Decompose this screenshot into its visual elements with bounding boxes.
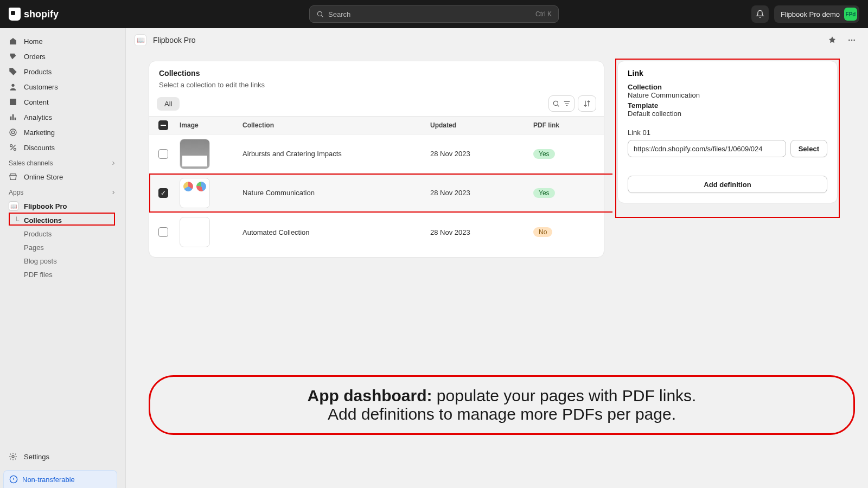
row-name: Automated Collection [242,228,430,236]
collection-thumbnail [180,178,210,208]
sales-channels-header[interactable]: Sales channels [0,155,125,169]
select-all-checkbox[interactable] [158,120,168,130]
app-icon: 📖 [9,201,18,211]
nav-home[interactable]: Home [0,34,125,49]
nav-label: Marketing [24,129,55,137]
image-icon [9,98,17,106]
link-panel: Link Collection Nature Communication Tem… [617,61,838,203]
subnav-pdf-files[interactable]: PDF files [0,268,125,281]
add-definition-button[interactable]: Add definition [628,176,827,193]
nav-marketing[interactable]: Marketing [0,125,125,140]
tree-branch-icon: └ [14,216,19,224]
row-checkbox[interactable] [158,227,168,237]
nav-analytics[interactable]: Analytics [0,110,125,125]
nav-label: Home [24,37,43,46]
orders-icon [9,52,17,61]
nav-discounts[interactable]: Discounts [0,140,125,155]
section-label: Apps [9,189,23,196]
template-value: Default collection [628,110,827,118]
gear-icon [9,452,17,461]
svg-point-1 [11,84,14,87]
table-row[interactable]: ✓ Nature Communication 28 Nov 2023 Yes [149,174,604,213]
pdf-badge: Yes [533,149,555,159]
svg-point-3 [10,129,16,136]
row-checkbox[interactable]: ✓ [158,188,168,198]
svg-point-11 [853,40,855,41]
subnav-collections[interactable]: └Collections [0,214,125,227]
nav-label: Online Store [24,173,63,181]
app-icon: 📖 [135,34,146,46]
nav-online-store[interactable]: Online Store [0,169,125,184]
row-checkbox[interactable] [158,149,168,159]
nav-products[interactable]: Products [0,64,125,79]
subnav-blog-posts[interactable]: Blog posts [0,254,125,268]
nav-label: Orders [24,53,46,61]
target-icon [9,128,17,137]
row-name: Airbursts and Cratering Impacts [242,150,430,158]
avatar: FPd [844,8,857,21]
svg-point-7 [12,455,14,458]
brand-text: shopify [24,9,59,20]
tab-all[interactable]: All [157,97,180,111]
link-label: Link 01 [628,129,827,137]
nav-content[interactable]: Content [0,94,125,110]
shopify-bag-icon [9,8,21,21]
callout-line1: populate your pages with PDF links. [432,387,697,404]
svg-point-9 [848,40,850,41]
table-row[interactable]: Automated Collection 28 Nov 2023 No [149,213,604,252]
notifications-button[interactable] [751,5,769,23]
col-image: Image [177,121,242,129]
select-button[interactable]: Select [790,140,827,157]
subnav-pages[interactable]: Pages [0,241,125,254]
chevron-right-icon [110,160,117,166]
pdf-badge: No [533,227,552,237]
row-updated: 28 Nov 2023 [430,189,533,197]
sidebar-app-flipbook[interactable]: 📖 Flipbook Pro [0,198,125,214]
brand-logo[interactable]: shopify [9,8,59,21]
search-filter-button[interactable] [548,95,575,112]
row-name: Nature Communication [242,189,430,197]
table-row[interactable]: Airbursts and Cratering Impacts 28 Nov 2… [149,134,604,174]
callout-line2: Add definitions to manage more PDFs per … [172,405,832,423]
tag-icon [9,67,17,76]
collection-thumbnail [180,139,210,169]
link-url-input[interactable] [628,140,786,157]
store-icon [9,172,17,181]
main-area: 📖 Flipbook Pro Collections Select a coll… [126,28,868,488]
nav-orders[interactable]: Orders [0,49,125,64]
info-icon [9,475,18,484]
nav-label: Discounts [24,144,55,152]
collection-thumbnail [180,217,210,247]
store-switcher[interactable]: Flipbook Pro demo FPd [774,5,859,23]
topbar: shopify Search Ctrl K Flipbook Pro demo … [0,0,868,28]
non-transferable-banner[interactable]: Non-transferable [3,470,117,488]
search-icon [316,10,324,18]
template-label: Template [628,101,827,110]
apps-header[interactable]: Apps [0,184,125,198]
svg-point-10 [851,40,853,41]
svg-point-0 [317,11,322,16]
app-name: Flipbook Pro [24,202,67,210]
search-input[interactable]: Search Ctrl K [309,5,559,23]
card-subtitle: Select a collection to edit the links [159,81,594,89]
pin-button[interactable] [825,33,840,48]
svg-point-4 [11,131,14,133]
page-title: Flipbook Pro [153,36,196,44]
more-button[interactable] [844,33,859,48]
sort-button[interactable] [578,95,596,112]
search-shortcut: Ctrl K [535,10,552,18]
row-updated: 28 Nov 2023 [430,228,533,236]
collection-label: Collection [628,83,827,91]
col-collection: Collection [242,121,430,129]
sidebar: Home Orders Products Customers Content A… [0,28,126,488]
nav-customers[interactable]: Customers [0,79,125,94]
person-icon [9,82,17,91]
nav-label: Analytics [24,113,52,121]
svg-point-12 [553,101,558,105]
subnav-products[interactable]: Products [0,227,125,241]
collections-card: Collections Select a collection to edit … [149,61,604,258]
card-title: Collections [159,69,594,78]
bell-icon [756,10,764,18]
nav-settings[interactable]: Settings [0,448,125,465]
table-header: Image Collection Updated PDF link [149,116,604,134]
